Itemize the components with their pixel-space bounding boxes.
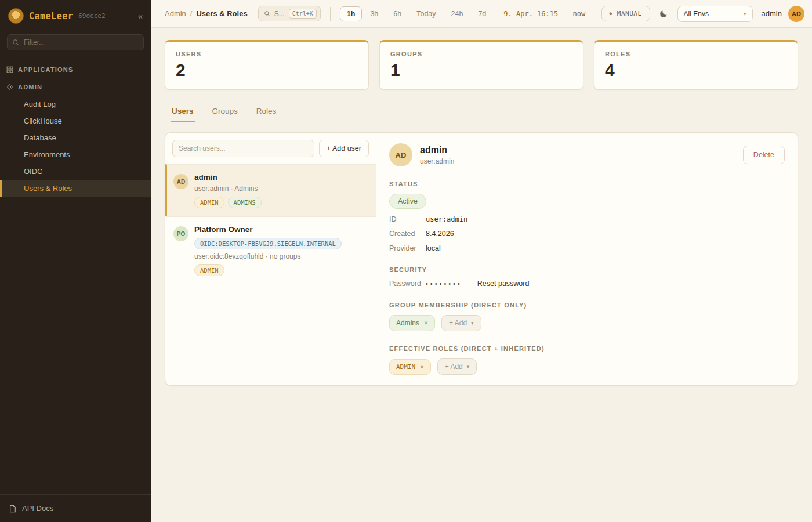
group-chip-label: Admins [396, 319, 419, 327]
role-chip-admin: ADMIN × [389, 359, 431, 375]
field-label: Provider [389, 244, 426, 252]
role-badge-admin: ADMIN [194, 264, 224, 276]
field-row-provider: Provider local [389, 244, 785, 252]
field-row-password: Password •••••••• Reset password [389, 280, 785, 288]
refresh-status-dot: ● [610, 12, 612, 16]
time-range-24h[interactable]: 24h [444, 6, 470, 21]
tab-groups[interactable]: Groups [211, 102, 239, 122]
avatar: PO [173, 226, 188, 241]
time-range-display[interactable]: 9. Apr. 16:15 — now [503, 10, 585, 18]
reset-password-link[interactable]: Reset password [477, 280, 530, 288]
main-content: USERS 2 GROUPS 1 ROLES 4 Users Groups Ro… [151, 28, 812, 522]
role-chips-row: ADMIN × + Add ▾ [389, 358, 785, 375]
admin-nav: Audit Log ClickHouse Database Environmen… [0, 96, 151, 197]
stat-card-users[interactable]: USERS 2 [165, 40, 369, 90]
header-divider [330, 7, 331, 21]
api-docs-label: API Docs [22, 504, 53, 513]
stat-value: 4 [605, 60, 787, 80]
sidebar-section-applications[interactable]: APPLICATIONS [0, 61, 151, 78]
add-group-button[interactable]: + Add ▾ [441, 315, 481, 331]
api-docs-link[interactable]: API Docs [0, 494, 151, 522]
sidebar-item-database[interactable]: Database [0, 129, 151, 146]
global-search[interactable]: S... Ctrl+K [258, 6, 321, 21]
breadcrumb-admin[interactable]: Admin [165, 9, 186, 18]
breadcrumb: Admin / Users & Roles [165, 9, 248, 18]
detail-user-name: admin [420, 145, 454, 155]
chevron-down-icon: ▾ [744, 11, 746, 17]
user-list-toolbar: + Add user [165, 133, 376, 164]
chevron-down-icon: ▾ [471, 320, 474, 326]
sidebar-item-audit-log[interactable]: Audit Log [0, 96, 151, 113]
stat-card-groups[interactable]: GROUPS 1 [379, 40, 583, 90]
delete-user-button[interactable]: Delete [743, 146, 785, 164]
environment-selector[interactable]: All Envs ▾ [677, 6, 753, 22]
user-detail-header: AD admin user:admin Delete [389, 143, 785, 166]
document-icon [9, 505, 16, 513]
top-header: Admin / Users & Roles S... Ctrl+K 1h 3h … [151, 0, 812, 28]
sidebar-item-oidc[interactable]: OIDC [0, 163, 151, 180]
user-list-item-platform-owner[interactable]: PO Platform Owner OIDC:DESKTOP-FB5VGJ9.S… [165, 216, 376, 284]
refresh-mode-button[interactable]: ● MANUAL [601, 6, 650, 21]
sidebar-item-users-roles[interactable]: Users & Roles [0, 180, 151, 197]
tab-roles[interactable]: Roles [255, 102, 278, 122]
field-value-created: 8.4.2026 [426, 230, 454, 238]
field-label: Created [389, 230, 426, 238]
user-detail-pane: AD admin user:admin Delete STATUS Active… [376, 133, 798, 385]
stat-card-roles[interactable]: ROLES 4 [594, 40, 798, 90]
add-role-button[interactable]: + Add ▾ [437, 358, 477, 375]
app-logo[interactable]: CameLeer 69dcce2 [8, 8, 106, 24]
security-section-header: SECURITY [389, 266, 785, 273]
header-right-cluster: ● MANUAL All Envs ▾ admin AD [601, 6, 805, 22]
time-range-3h[interactable]: 3h [363, 6, 385, 21]
sidebar-item-environments[interactable]: Environments [0, 146, 151, 163]
time-range-today[interactable]: Today [409, 6, 443, 21]
time-separator: — [563, 10, 567, 18]
applications-grid-icon [6, 66, 13, 73]
time-range-1h[interactable]: 1h [340, 6, 362, 21]
avatar: AD [389, 143, 412, 166]
group-membership-header: GROUP MEMBERSHIP (DIRECT ONLY) [389, 302, 785, 309]
time-start: 9. Apr. 16:15 [503, 10, 558, 18]
remove-group-icon[interactable]: × [424, 319, 428, 327]
add-group-label: + Add [449, 319, 467, 327]
search-icon [264, 10, 270, 17]
avatar: AD [173, 174, 188, 189]
detail-user-id: user:admin [420, 157, 454, 165]
user-avatar[interactable]: AD [788, 6, 804, 22]
tab-users[interactable]: Users [171, 102, 195, 122]
status-section-header: STATUS [389, 180, 785, 187]
sidebar-collapse-button[interactable]: « [138, 11, 143, 21]
oidc-provider-badge: OIDC:DESKTOP-FB5VGJ9.SIEGELN.INTERNAL [194, 238, 342, 249]
field-row-created: Created 8.4.2026 [389, 230, 785, 238]
effective-roles-header: EFFECTIVE ROLES (DIRECT + INHERITED) [389, 345, 785, 352]
search-icon [12, 39, 19, 46]
sidebar-section-admin[interactable]: ADMIN [0, 78, 151, 96]
time-range-6h[interactable]: 6h [386, 6, 408, 21]
field-row-id: ID user:admin [389, 215, 785, 223]
group-chips-row: Admins × + Add ▾ [389, 315, 785, 331]
user-list-item-admin[interactable]: AD admin user:admin · Admins ADMIN ADMIN… [165, 164, 376, 216]
user-name: Platform Owner [194, 225, 342, 234]
field-label: Password [389, 280, 426, 288]
group-chip-admins: Admins × [389, 315, 435, 331]
environment-selected-value: All Envs [684, 10, 709, 18]
breadcrumb-current: Users & Roles [196, 9, 247, 18]
user-search-input[interactable] [172, 140, 314, 157]
user-meta: user:admin · Admins [194, 184, 262, 193]
sidebar-filter-input[interactable] [7, 34, 144, 50]
logo-icon [8, 8, 24, 24]
status-badge: Active [389, 194, 426, 209]
sidebar-filter [7, 34, 144, 50]
applications-section-label: APPLICATIONS [18, 66, 73, 73]
breadcrumb-separator: / [190, 9, 193, 18]
remove-role-icon[interactable]: × [420, 363, 424, 371]
time-range-7d[interactable]: 7d [471, 6, 493, 21]
stat-label: USERS [176, 50, 358, 57]
gear-icon [6, 84, 13, 90]
add-user-button[interactable]: + Add user [319, 140, 369, 157]
sidebar-item-clickhouse[interactable]: ClickHouse [0, 113, 151, 129]
moon-icon [659, 9, 668, 18]
tab-bar: Users Groups Roles [165, 102, 798, 123]
user-list-pane: + Add user AD admin user:admin · Admins … [165, 133, 376, 385]
dark-mode-toggle[interactable] [657, 7, 671, 20]
